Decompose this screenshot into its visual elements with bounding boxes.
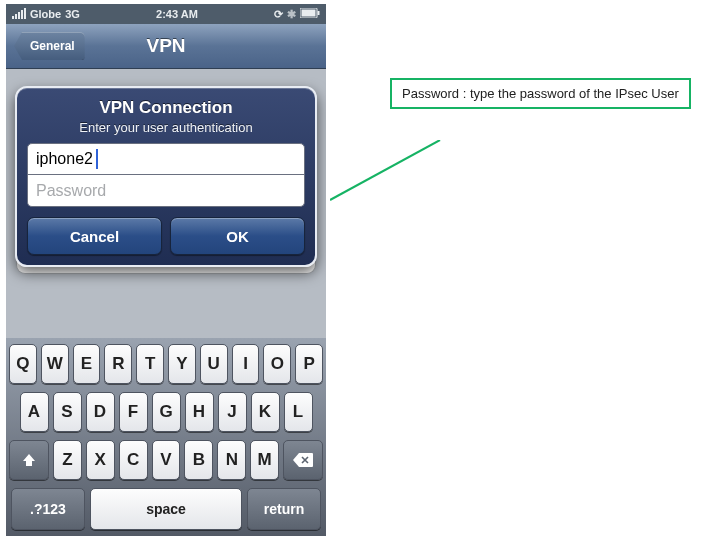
key-n[interactable]: N <box>217 440 246 480</box>
key-b[interactable]: B <box>184 440 213 480</box>
annotation-connector <box>330 140 450 260</box>
key-d[interactable]: D <box>86 392 115 432</box>
key-y[interactable]: Y <box>168 344 196 384</box>
signal-icon <box>12 9 26 19</box>
bluetooth-icon: ✱ <box>287 8 296 21</box>
back-button-label: General <box>30 39 75 53</box>
vpn-auth-alert: VPN Connection Enter your user authentic… <box>15 86 317 267</box>
nav-bar: General VPN <box>6 24 326 69</box>
carrier-label: Globe <box>30 8 61 20</box>
key-row-3: ZXCVBNM <box>9 440 323 480</box>
key-a[interactable]: A <box>20 392 49 432</box>
ok-button-label: OK <box>226 228 249 245</box>
cancel-button-label: Cancel <box>70 228 119 245</box>
key-m[interactable]: M <box>250 440 279 480</box>
key-v[interactable]: V <box>152 440 181 480</box>
battery-icon <box>300 8 320 20</box>
phone-frame: Globe 3G 2:43 AM ⟳ ✱ General VPN VPN Sta… <box>6 4 326 536</box>
alert-title: VPN Connection <box>27 98 305 118</box>
svg-rect-1 <box>301 10 315 17</box>
key-i[interactable]: I <box>232 344 260 384</box>
key-c[interactable]: C <box>119 440 148 480</box>
text-caret <box>96 149 98 169</box>
return-key[interactable]: return <box>247 488 321 530</box>
username-field[interactable] <box>27 143 305 175</box>
key-w[interactable]: W <box>41 344 69 384</box>
key-k[interactable]: K <box>251 392 280 432</box>
key-x[interactable]: X <box>86 440 115 480</box>
key-z[interactable]: Z <box>53 440 82 480</box>
key-g[interactable]: G <box>152 392 181 432</box>
key-s[interactable]: S <box>53 392 82 432</box>
status-bar: Globe 3G 2:43 AM ⟳ ✱ <box>6 4 326 24</box>
key-j[interactable]: J <box>218 392 247 432</box>
key-row-bottom: .?123 space return <box>9 488 323 530</box>
annotation-callout: Password : type the password of the IPse… <box>390 78 691 109</box>
ok-button[interactable]: OK <box>170 217 305 255</box>
key-l[interactable]: L <box>284 392 313 432</box>
key-q[interactable]: Q <box>9 344 37 384</box>
key-row-1: QWERTYUIOP <box>9 344 323 384</box>
space-key[interactable]: space <box>90 488 242 530</box>
backspace-key[interactable] <box>283 440 323 480</box>
keyboard: QWERTYUIOP ASDFGHJKL ZXCVBNM .?123 space… <box>6 338 326 536</box>
key-u[interactable]: U <box>200 344 228 384</box>
annotation-text: Password : type the password of the IPse… <box>402 86 679 101</box>
svg-rect-2 <box>317 11 319 15</box>
key-t[interactable]: T <box>136 344 164 384</box>
key-row-2: ASDFGHJKL <box>9 392 323 432</box>
key-h[interactable]: H <box>185 392 214 432</box>
rotation-lock-icon: ⟳ <box>274 8 283 21</box>
key-r[interactable]: R <box>104 344 132 384</box>
svg-line-3 <box>330 140 440 200</box>
back-button[interactable]: General <box>14 32 85 60</box>
key-p[interactable]: P <box>295 344 323 384</box>
key-o[interactable]: O <box>263 344 291 384</box>
cancel-button[interactable]: Cancel <box>27 217 162 255</box>
clock-label: 2:43 AM <box>156 8 198 20</box>
shift-key[interactable] <box>9 440 49 480</box>
key-f[interactable]: F <box>119 392 148 432</box>
key-e[interactable]: E <box>73 344 101 384</box>
mode-key[interactable]: .?123 <box>11 488 85 530</box>
network-label: 3G <box>65 8 80 20</box>
alert-message: Enter your user authentication <box>27 120 305 135</box>
password-field[interactable] <box>27 175 305 207</box>
